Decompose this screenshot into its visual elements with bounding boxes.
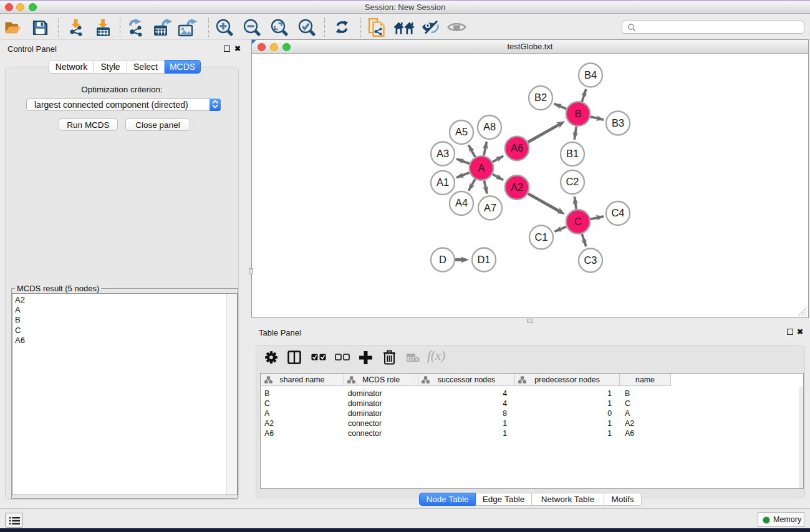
svg-text:C4: C4 xyxy=(611,207,624,218)
svg-text:A2: A2 xyxy=(511,181,523,193)
svg-text:B1: B1 xyxy=(566,148,579,159)
svg-text:A5: A5 xyxy=(455,126,468,137)
svg-text:B3: B3 xyxy=(612,117,624,128)
svg-text:B4: B4 xyxy=(584,69,597,80)
svg-text:B2: B2 xyxy=(534,92,547,103)
svg-text:C1: C1 xyxy=(534,231,547,243)
svg-text:A4: A4 xyxy=(455,197,468,208)
svg-text:A6: A6 xyxy=(511,142,523,153)
svg-text:A7: A7 xyxy=(484,202,496,213)
svg-text:A3: A3 xyxy=(436,148,449,159)
svg-text:D: D xyxy=(439,254,446,265)
svg-text:C3: C3 xyxy=(584,254,597,266)
svg-text:A8: A8 xyxy=(483,121,496,132)
svg-text:C: C xyxy=(574,216,582,227)
svg-text:C2: C2 xyxy=(566,176,579,187)
svg-text:B: B xyxy=(574,108,581,119)
svg-text:A: A xyxy=(478,162,485,173)
svg-text:D1: D1 xyxy=(477,254,490,265)
svg-text:A1: A1 xyxy=(436,177,449,188)
